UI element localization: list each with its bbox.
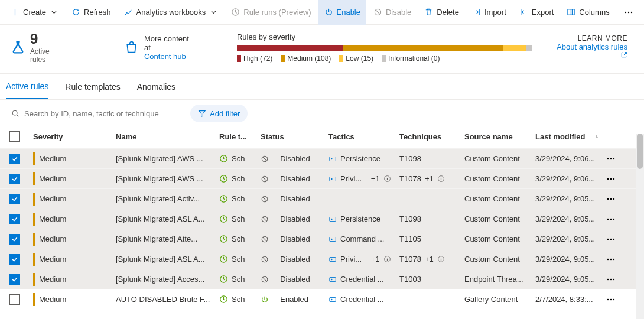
overflow-button[interactable] — [618, 0, 639, 25]
flask-icon — [11, 40, 25, 55]
clock-icon — [219, 194, 228, 203]
last-modified-label: 3/29/2024, 9:05... — [535, 214, 595, 223]
tab-active-rules[interactable]: Active rules — [6, 74, 48, 99]
search-input[interactable] — [24, 109, 178, 118]
search-icon — [11, 109, 19, 118]
col-source[interactable]: Source name — [461, 132, 532, 141]
select-all-checkbox[interactable] — [9, 131, 20, 142]
tactic-label: Privi... — [340, 174, 362, 183]
row-checkbox[interactable] — [9, 234, 20, 245]
refresh-button[interactable]: Refresh — [66, 0, 117, 25]
import-button[interactable]: Import — [466, 0, 512, 25]
row-checkbox[interactable] — [9, 294, 20, 305]
severity-label: Medium — [39, 295, 66, 304]
legend-medium: Medium (108) — [287, 54, 331, 63]
chevron-down-icon — [209, 8, 218, 17]
severity-indicator — [33, 293, 35, 306]
col-techniques[interactable]: Techniques — [396, 132, 461, 141]
source-label: Custom Content — [464, 194, 520, 203]
row-more-button[interactable] — [606, 275, 616, 284]
active-rules-label: Active rules — [30, 47, 66, 64]
col-severity[interactable]: Severity — [30, 132, 112, 141]
col-last-modified[interactable]: Last modified — [532, 132, 603, 141]
col-status[interactable]: Status — [257, 132, 325, 141]
create-button[interactable]: Create — [5, 0, 64, 25]
tactic-icon — [328, 215, 337, 223]
tactic-icon — [328, 275, 337, 284]
scroll-thumb[interactable] — [637, 134, 643, 169]
severity-legend: High (72) Medium (108) Low (15) Informat… — [237, 54, 532, 63]
row-checkbox[interactable] — [9, 274, 20, 285]
row-checkbox[interactable] — [9, 254, 20, 265]
row-more-button[interactable] — [606, 295, 616, 304]
row-checkbox[interactable] — [9, 194, 20, 204]
ban-icon — [373, 8, 382, 17]
table-row[interactable]: Medium[Splunk Migrated] AWS ...Sch Disab… — [0, 148, 644, 168]
col-rule-type[interactable]: Rule t... — [216, 132, 257, 141]
row-more-button[interactable] — [606, 235, 616, 244]
rule-name: AUTO DISABLED Brute F... — [116, 295, 210, 304]
delete-label: Delete — [437, 8, 459, 17]
add-filter-button[interactable]: Add filter — [190, 105, 248, 122]
workbooks-button[interactable]: Analytics workbooks — [118, 0, 225, 25]
table-row[interactable]: Medium[Splunk Migrated] Acces...Sch Disa… — [0, 269, 644, 289]
severity-indicator — [33, 193, 35, 206]
import-label: Import — [484, 8, 506, 17]
table-row[interactable]: Medium[Splunk Migrated] AWS ...Sch Disab… — [0, 168, 644, 188]
rule-type-label: Sch — [232, 174, 245, 183]
table-row[interactable]: Medium[Splunk Migrated] ASL A...Sch Disa… — [0, 209, 644, 229]
learn-more-title: LEARN MORE — [550, 34, 627, 43]
ban-icon — [261, 235, 269, 243]
tactic-label: Privi... — [340, 255, 362, 263]
row-checkbox[interactable] — [9, 174, 20, 184]
rule-runs-label: Rule runs (Preview) — [243, 8, 311, 17]
tactic-label: Credential ... — [340, 275, 384, 284]
severity-block: Rules by severity High (72) Medium (108)… — [237, 32, 532, 63]
last-modified-label: 3/29/2024, 9:06... — [535, 174, 595, 183]
table-header: Severity Name Rule t... Status Tactics T… — [0, 125, 644, 148]
delete-button[interactable]: Delete — [418, 0, 465, 25]
severity-label: Medium — [39, 255, 66, 263]
table-row[interactable]: Medium[Splunk Migrated] Atte...Sch Disab… — [0, 229, 644, 249]
row-checkbox[interactable] — [9, 154, 20, 164]
severity-bar-medium — [343, 45, 503, 51]
enable-button[interactable]: Enable — [318, 0, 366, 25]
tab-anomalies[interactable]: Anomalies — [137, 75, 175, 99]
status-label: Disabled — [280, 275, 310, 284]
col-tactics[interactable]: Tactics — [325, 132, 396, 141]
row-more-button[interactable] — [606, 255, 616, 264]
learn-more-block: LEARN MORE About analytics rules — [550, 34, 627, 60]
rule-type-label: Sch — [232, 235, 245, 243]
columns-button[interactable]: Columns — [561, 0, 615, 25]
row-more-button[interactable] — [606, 174, 616, 184]
technique-label: T1003 — [399, 275, 421, 284]
severity-indicator — [33, 273, 35, 286]
clock-icon — [219, 235, 228, 243]
tactic-label: Command ... — [340, 235, 384, 243]
hub-line1: More content at — [144, 34, 196, 52]
content-hub-link[interactable]: Content hub — [144, 52, 196, 61]
command-bar: Create Refresh Analytics workbooks Rule … — [0, 0, 644, 25]
table-row[interactable]: Medium[Splunk Migrated] Activ...Sch Disa… — [0, 188, 644, 209]
about-link[interactable]: About analytics rules — [550, 43, 627, 60]
table-row[interactable]: Medium[Splunk Migrated] ASL A...Sch Disa… — [0, 249, 644, 269]
rule-type-label: Sch — [232, 275, 245, 284]
tab-rule-templates[interactable]: Rule templates — [65, 75, 120, 99]
row-more-button[interactable] — [606, 194, 616, 204]
vertical-scrollbar[interactable] — [636, 134, 644, 319]
severity-indicator — [33, 213, 35, 226]
row-checkbox[interactable] — [9, 214, 20, 224]
table-row[interactable]: MediumAUTO DISABLED Brute F...Sch Enable… — [0, 289, 644, 309]
severity-indicator — [33, 152, 35, 165]
export-button[interactable]: Export — [513, 0, 560, 25]
row-more-button[interactable] — [606, 214, 616, 224]
col-name[interactable]: Name — [112, 132, 216, 141]
clock-icon — [219, 295, 228, 304]
search-box[interactable] — [6, 105, 183, 122]
row-more-button[interactable] — [606, 154, 616, 164]
disable-button: Disable — [367, 0, 417, 25]
status-label: Disabled — [280, 174, 310, 183]
tactic-extra: +1 — [371, 255, 380, 263]
severity-label: Medium — [39, 214, 66, 223]
clock-icon — [219, 174, 228, 183]
